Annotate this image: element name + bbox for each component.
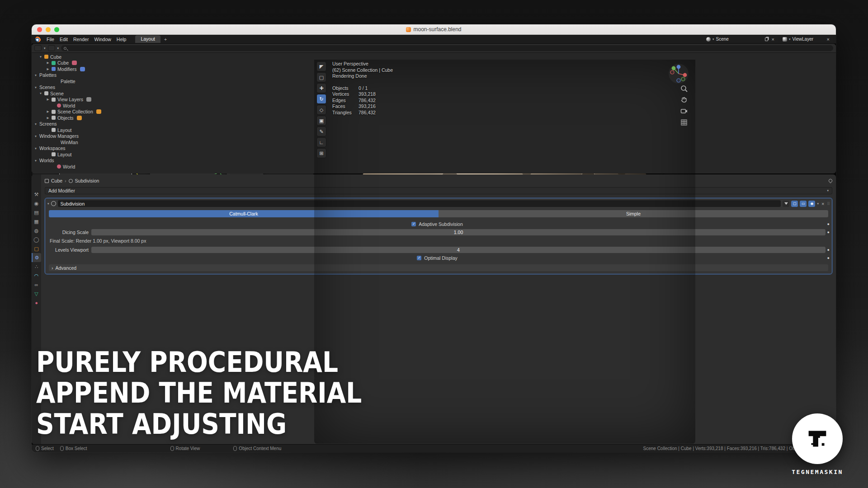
menu-help[interactable]: Help xyxy=(114,37,129,42)
outliner-row[interactable]: ▶ View Layers xyxy=(32,97,836,103)
properties-tab[interactable]: ▦ xyxy=(32,217,41,226)
outliner-row[interactable]: ▶ Modifiers xyxy=(32,66,836,72)
outliner-row[interactable]: Layout xyxy=(32,151,836,158)
delete-modifier-icon[interactable]: × xyxy=(821,201,825,206)
levels-viewport-field[interactable]: 4 xyxy=(91,247,826,253)
pin-icon[interactable] xyxy=(828,178,833,183)
expand-arrow-icon[interactable]: ▼ xyxy=(39,55,42,58)
outliner-row[interactable]: World xyxy=(32,103,836,109)
properties-tab[interactable]: ◯ xyxy=(32,235,41,244)
advanced-subpanel[interactable]: › Advanced xyxy=(49,264,828,271)
expand-arrow-icon[interactable]: ▶ xyxy=(46,98,50,101)
menu-window[interactable]: Window xyxy=(91,37,113,42)
drag-handle-icon[interactable]: ⠿ xyxy=(827,202,830,206)
optimal-display-checkbox[interactable]: ✓ xyxy=(417,256,421,260)
outliner-row[interactable]: ▼ Scenes xyxy=(32,84,836,91)
tool-button[interactable]: ∟ xyxy=(316,137,326,147)
adaptive-subdivision-checkbox[interactable]: ✓ xyxy=(411,222,416,226)
camera-view-icon[interactable] xyxy=(680,108,688,115)
expand-arrow-icon[interactable]: ▼ xyxy=(34,122,38,126)
outliner-display-mode-icon[interactable] xyxy=(34,45,42,51)
properties-tab[interactable]: ▢ xyxy=(32,244,41,253)
new-scene-icon[interactable] xyxy=(765,38,768,41)
outliner: ▾ ▾ ▼ Cube ▶ Cube ▶ Modifiers ▼ Pale xyxy=(32,44,836,174)
tool-button[interactable]: ↻ xyxy=(316,94,326,104)
tool-button[interactable]: ▣ xyxy=(316,116,326,126)
unlink-scene-icon[interactable]: × xyxy=(771,37,775,42)
show-in-editmode-icon[interactable]: ▢ xyxy=(791,201,798,207)
tool-button[interactable]: ✚ xyxy=(316,83,326,93)
outliner-row[interactable]: ▶ Cube xyxy=(32,60,836,66)
properties-tab[interactable]: ▤ xyxy=(32,208,41,217)
expand-arrow-icon[interactable]: ▶ xyxy=(46,61,50,65)
outliner-item-label: Scene xyxy=(50,91,64,96)
tool-button[interactable]: ⊞ xyxy=(316,148,326,158)
add-workspace-button[interactable]: + xyxy=(160,37,170,42)
outliner-row[interactable]: Layout xyxy=(32,127,836,133)
tool-button[interactable]: ✎ xyxy=(316,127,326,136)
outliner-filter-icon[interactable] xyxy=(48,45,55,51)
expand-arrow-icon[interactable]: ▼ xyxy=(34,147,38,150)
breadcrumb-object[interactable]: Cube xyxy=(51,178,62,183)
outliner-row[interactable]: ▼ Window Managers xyxy=(32,133,836,140)
outliner-row[interactable]: ▶ Objects xyxy=(32,115,836,121)
outliner-row[interactable]: ▼ Palettes xyxy=(32,72,836,79)
tool-icon: ↻ xyxy=(319,96,323,102)
expand-arrow-icon[interactable]: ▼ xyxy=(34,86,38,89)
outliner-row[interactable]: ▼ Workspaces xyxy=(32,145,836,152)
viewlayer-selector[interactable]: ▾ ViewLayer × xyxy=(780,36,833,42)
tegnemaskin-logo-icon xyxy=(792,413,843,464)
add-modifier-dropdown[interactable]: Add Modifier ▾ xyxy=(45,187,832,194)
expand-arrow-icon[interactable]: ▼ xyxy=(39,92,42,95)
expand-arrow-icon[interactable]: ▼ xyxy=(34,74,38,77)
outliner-item-icon xyxy=(52,61,56,65)
collapse-chevron-icon[interactable]: ▾ xyxy=(47,202,49,206)
outliner-row[interactable]: ▼ Screens xyxy=(32,121,836,127)
outliner-row[interactable]: WinMan xyxy=(32,139,836,145)
properties-tab[interactable]: ⚙ xyxy=(32,253,41,262)
properties-tab[interactable]: ∴ xyxy=(32,262,41,271)
catmull-clark-button[interactable]: Catmull-Clark xyxy=(49,210,439,217)
outliner-row[interactable]: ▼ Worlds xyxy=(32,158,836,164)
dicing-scale-field[interactable]: 1.00 xyxy=(91,229,826,235)
tool-button[interactable]: ◇ xyxy=(316,105,326,115)
breadcrumb-modifier[interactable]: Subdivision xyxy=(75,178,99,183)
properties-tab[interactable]: ◠ xyxy=(32,271,41,280)
menu-edit[interactable]: Edit xyxy=(57,37,71,42)
outliner-row[interactable]: ▼ Cube xyxy=(32,54,836,60)
zoom-icon[interactable] xyxy=(680,85,688,92)
expand-arrow-icon[interactable]: ▼ xyxy=(34,159,38,162)
workspace-tab-layout[interactable]: Layout xyxy=(135,35,160,43)
blender-logo-icon[interactable] xyxy=(35,36,41,42)
properties-tab[interactable]: ▽ xyxy=(32,289,41,298)
simple-button[interactable]: Simple xyxy=(439,210,828,217)
outliner-row[interactable]: Palette xyxy=(32,78,836,84)
properties-tab[interactable]: ⚒ xyxy=(32,190,41,199)
pan-hand-icon[interactable] xyxy=(680,96,688,103)
modifier-name-field[interactable]: Subdivision xyxy=(58,200,781,207)
show-in-viewport-icon[interactable]: ▭ xyxy=(800,201,807,207)
expand-arrow-icon[interactable]: ▶ xyxy=(46,67,50,71)
menu-file[interactable]: File xyxy=(44,37,57,42)
edit-mode-filter-icon[interactable] xyxy=(783,201,789,207)
properties-tab[interactable]: ◍ xyxy=(32,226,41,235)
grid-toggle-icon[interactable] xyxy=(680,119,688,126)
tool-button[interactable]: ▢ xyxy=(316,72,326,82)
expand-arrow-icon[interactable]: ▶ xyxy=(46,110,50,113)
outliner-row[interactable]: ▼ Scene xyxy=(32,90,836,97)
expand-arrow-icon[interactable]: ▶ xyxy=(46,116,50,120)
scene-selector[interactable]: ▾ Scene × xyxy=(703,36,778,42)
properties-tab[interactable]: ◉ xyxy=(32,199,41,208)
show-in-render-icon[interactable]: ◉ xyxy=(808,201,815,207)
outliner-row[interactable]: World xyxy=(32,164,836,170)
properties-tab[interactable]: ● xyxy=(32,298,41,307)
outliner-row[interactable]: ▶ Scene Collection xyxy=(32,109,836,115)
properties-tab[interactable]: ∞ xyxy=(32,280,41,289)
modifier-extras-icon[interactable]: ▾ xyxy=(817,202,819,206)
outliner-search-input[interactable] xyxy=(61,45,833,51)
tool-button[interactable]: ◤ xyxy=(316,61,326,71)
navigation-gizmo[interactable] xyxy=(668,63,689,84)
expand-arrow-icon[interactable]: ▼ xyxy=(34,135,38,138)
menu-render[interactable]: Render xyxy=(71,37,91,42)
remove-viewlayer-icon[interactable]: × xyxy=(826,37,830,42)
